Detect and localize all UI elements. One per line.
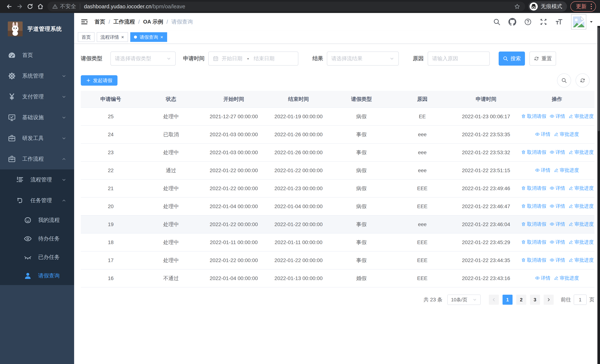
tag-流程详情[interactable]: 流程详情×: [97, 32, 128, 42]
browser-update-button[interactable]: 更新: [570, 1, 596, 12]
detail-link[interactable]: 详情: [550, 221, 565, 227]
toggle-search-button[interactable]: [557, 73, 571, 87]
detail-link[interactable]: 详情: [550, 239, 565, 245]
help-icon[interactable]: [524, 18, 532, 26]
omnibox-divider: [80, 3, 80, 9]
avatar-caret-down-icon[interactable]: [589, 19, 594, 24]
progress-link[interactable]: 审批进度: [569, 257, 594, 263]
progress-link[interactable]: 审批进度: [569, 113, 594, 120]
avatar[interactable]: [571, 14, 586, 29]
fullscreen-icon[interactable]: [540, 18, 547, 26]
sidebar-item-done-tasks[interactable]: 已办任务: [0, 248, 74, 267]
cancel-leave-link[interactable]: 取消请假: [521, 221, 546, 227]
sidebar-collapse-icon[interactable]: [80, 18, 88, 26]
progress-link[interactable]: 审批进度: [569, 149, 594, 156]
detail-link[interactable]: 详情: [550, 149, 565, 156]
detail-link[interactable]: 详情: [550, 203, 565, 209]
progress-link[interactable]: 审批进度: [569, 221, 594, 227]
browser-home-button[interactable]: [35, 1, 46, 12]
detail-link[interactable]: 详情: [535, 167, 551, 173]
sidebar-item-leave-query[interactable]: 请假查询: [0, 267, 74, 285]
leave-table: 申请编号状态开始时间结束时间请假类型原因申请时间操作 25处理中2021-12-…: [81, 91, 594, 288]
page-button-3[interactable]: 3: [530, 295, 540, 305]
goto-label: 前往: [561, 296, 571, 303]
leave-type-select[interactable]: 请选择请假类型: [111, 52, 176, 65]
detail-link[interactable]: 详情: [550, 257, 565, 263]
sidebar-item-home[interactable]: 首页: [0, 45, 74, 65]
bookmark-star-icon[interactable]: [514, 3, 520, 10]
table-cell: 2022-01-04 00:00:00: [266, 197, 331, 215]
next-page-button[interactable]: [544, 295, 554, 305]
table-cell: 2021-12-27 00:00:00: [201, 107, 266, 125]
apply-time-range-picker[interactable]: 开始日期 - 结束日期: [208, 52, 298, 65]
table-cell: 2022-01-22 00:00:00: [201, 251, 266, 269]
refresh-table-button[interactable]: [576, 73, 590, 87]
page-scrollbar[interactable]: [597, 26, 600, 364]
result-select[interactable]: 请选择流结果: [327, 52, 399, 65]
tag-close-icon[interactable]: ×: [121, 35, 124, 39]
page-content: 请假类型 请选择请假类型 申请时间 开始日期 - 结束日期 结果 请选择流结果: [74, 44, 600, 305]
page-button-1[interactable]: 1: [503, 295, 513, 305]
reason-input[interactable]: 请输入原因: [428, 52, 490, 65]
progress-link[interactable]: 审批进度: [569, 185, 594, 191]
cancel-leave-link[interactable]: 取消请假: [521, 239, 546, 245]
breadcrumb-item[interactable]: 首页: [94, 18, 105, 26]
breadcrumb-item[interactable]: OA 示例: [143, 18, 163, 26]
progress-link[interactable]: 审批进度: [554, 275, 579, 281]
search-icon[interactable]: [493, 18, 501, 26]
detail-link[interactable]: 详情: [550, 113, 565, 120]
table-cell: eee: [392, 143, 453, 161]
progress-link[interactable]: 审批进度: [554, 131, 579, 138]
sidebar-item-dev-tools[interactable]: 研发工具: [0, 128, 74, 149]
goto-page-input[interactable]: 1: [574, 295, 587, 305]
tag-close-icon[interactable]: ×: [160, 35, 163, 39]
sidebar-item-process-management[interactable]: 流程管理: [0, 169, 74, 190]
create-leave-button[interactable]: 发起请假: [81, 75, 117, 86]
browser-forward-button[interactable]: [14, 1, 25, 12]
page-button-2[interactable]: 2: [516, 295, 526, 305]
cancel-leave-link[interactable]: 取消请假: [521, 257, 546, 263]
sidebar-item-my-process[interactable]: 我的流程: [0, 211, 74, 229]
detail-link[interactable]: 详情: [535, 131, 551, 138]
address-bar[interactable]: 不安全 dashboard.yudao.iocoder.cn /bpm/oa/l…: [47, 2, 525, 11]
browser-reload-button[interactable]: [25, 1, 35, 12]
eye-icon: [535, 168, 540, 173]
sidebar-item-infrastructure[interactable]: 基础设施: [0, 107, 74, 128]
table-cell: 2022-01-23 00:06:17: [453, 107, 519, 125]
browser-back-button[interactable]: [4, 1, 14, 12]
leave-type-label: 请假类型: [81, 55, 102, 62]
cancel-leave-link[interactable]: 取消请假: [521, 203, 546, 209]
progress-link[interactable]: 审批进度: [554, 167, 579, 173]
search-button[interactable]: 搜索: [499, 52, 525, 65]
detail-link[interactable]: 详情: [535, 275, 551, 281]
range-separator: -: [247, 56, 249, 62]
breadcrumb-item[interactable]: 工作流程: [113, 18, 135, 26]
detail-link[interactable]: 详情: [550, 185, 565, 191]
browser-menu-dots-icon[interactable]: [590, 3, 592, 10]
sidebar-item-task-management[interactable]: 任务管理: [0, 190, 74, 211]
eye-icon: [550, 114, 554, 119]
sidebar-item-payment-management[interactable]: 支付管理: [0, 86, 74, 107]
progress-link[interactable]: 审批进度: [569, 239, 594, 245]
progress-link[interactable]: 审批进度: [569, 203, 594, 209]
font-size-icon[interactable]: [555, 18, 563, 26]
reset-button[interactable]: 重置: [529, 52, 556, 65]
actions-cell: 详情审批进度: [519, 269, 594, 287]
scrollbar-thumb[interactable]: [598, 28, 600, 131]
github-icon[interactable]: [508, 18, 516, 26]
chevron-down-icon: [62, 177, 66, 182]
sidebar-item-workflow[interactable]: 工作流程: [0, 149, 74, 169]
sidebar-logo[interactable]: 芋道管理系统: [0, 13, 74, 45]
cancel-leave-link[interactable]: 取消请假: [521, 185, 546, 191]
cancel-leave-link[interactable]: 取消请假: [521, 149, 546, 156]
prev-page-button[interactable]: [489, 295, 499, 305]
page-size-select[interactable]: 10条/页: [447, 295, 481, 305]
table-cell: 2022-01-22 23:53:35: [453, 125, 519, 143]
app-title: 芋道管理系统: [28, 25, 62, 33]
tag-首页[interactable]: 首页: [78, 32, 94, 42]
flow-icon: [16, 196, 24, 205]
sidebar-item-system-management[interactable]: 系统管理: [0, 65, 74, 86]
tag-请假查询[interactable]: 请假查询×: [130, 32, 167, 42]
cancel-leave-link[interactable]: 取消请假: [521, 113, 546, 120]
sidebar-item-todo-tasks[interactable]: 待办任务: [0, 229, 74, 248]
